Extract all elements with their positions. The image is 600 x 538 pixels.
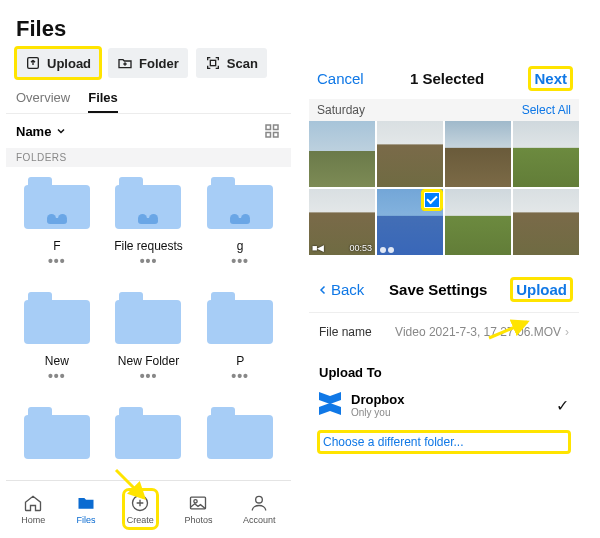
dropbox-icon — [319, 394, 341, 416]
photo-thumb-selected[interactable] — [377, 189, 443, 255]
folder-icon — [24, 177, 90, 229]
tab-account[interactable]: Account — [243, 493, 276, 525]
save-header: Back Save Settings Upload — [309, 261, 579, 312]
create-icon — [130, 493, 150, 513]
tab-home[interactable]: Home — [21, 493, 45, 525]
destination-name: Dropbox — [351, 392, 404, 407]
day-label: Saturday — [317, 103, 365, 117]
video-duration: 00:53 — [349, 243, 372, 253]
selected-checkmark-icon — [423, 191, 441, 209]
photo-thumb[interactable] — [445, 189, 511, 255]
photo-thumb[interactable] — [513, 121, 579, 187]
tab-photos-label: Photos — [184, 515, 212, 525]
tab-overview[interactable]: Overview — [16, 90, 70, 113]
folder-icon — [115, 177, 181, 229]
folder-more-icon[interactable]: ••• — [48, 372, 66, 380]
folder-icon — [115, 292, 181, 344]
folder-icon — [115, 407, 181, 459]
folder-label: F — [53, 239, 60, 253]
next-button[interactable]: Next — [530, 68, 571, 89]
folder-label: Folder — [139, 56, 179, 71]
video-icon: ■◀ — [312, 243, 324, 253]
tab-create-label: Create — [127, 515, 154, 525]
sort-button[interactable]: Name — [16, 124, 67, 139]
folder-item[interactable] — [104, 401, 194, 476]
folder-more-icon[interactable]: ••• — [48, 257, 66, 265]
checkmark-icon: ✓ — [556, 396, 569, 415]
folder-button[interactable]: Folder — [108, 48, 188, 78]
burst-indicator-icon — [380, 247, 394, 253]
folder-icon — [24, 407, 90, 459]
folder-item[interactable]: File requests ••• — [104, 171, 194, 282]
section-header: FOLDERS — [6, 148, 291, 167]
svg-point-8 — [194, 499, 197, 502]
back-label: Back — [331, 281, 364, 298]
folder-label: File requests — [114, 239, 183, 253]
folder-grid: F ••• File requests ••• g ••• New ••• Ne… — [6, 167, 291, 480]
picker-and-save-screen: Cancel 1 Selected Next Saturday Select A… — [309, 58, 579, 532]
upload-button[interactable]: Upload — [512, 279, 571, 300]
folder-icon — [24, 292, 90, 344]
destination-sub: Only you — [351, 407, 404, 418]
tab-home-label: Home — [21, 515, 45, 525]
folder-more-icon[interactable]: ••• — [231, 257, 249, 265]
scan-button[interactable]: Scan — [196, 48, 267, 78]
tab-files[interactable]: Files — [88, 90, 118, 113]
chevron-down-icon — [55, 125, 67, 137]
choose-different-folder-link[interactable]: Choose a different folder... — [319, 432, 569, 452]
tab-files-label: Files — [77, 515, 96, 525]
cancel-button[interactable]: Cancel — [317, 70, 364, 87]
photo-thumb[interactable] — [445, 121, 511, 187]
bottom-tabbar: Home Files Create Photos Account — [6, 480, 291, 532]
photo-thumb[interactable] — [513, 189, 579, 255]
select-all-button[interactable]: Select All — [522, 103, 571, 117]
files-icon — [76, 493, 96, 513]
tab-account-label: Account — [243, 515, 276, 525]
folder-label: New — [45, 354, 69, 368]
folder-item[interactable] — [12, 401, 102, 476]
upload-button[interactable]: Upload — [16, 48, 100, 78]
photo-thumb[interactable] — [377, 121, 443, 187]
folder-item[interactable]: New Folder ••• — [104, 286, 194, 397]
svg-point-9 — [256, 496, 263, 503]
folder-item[interactable] — [195, 401, 285, 476]
folder-label: g — [237, 239, 244, 253]
destination-row[interactable]: Dropbox Only you ✓ — [309, 384, 579, 426]
day-header: Saturday Select All — [309, 99, 579, 121]
tab-create[interactable]: Create — [127, 493, 154, 525]
folder-icon — [207, 177, 273, 229]
folder-icon — [207, 407, 273, 459]
back-button[interactable]: Back — [317, 281, 364, 298]
svg-rect-4 — [266, 133, 271, 138]
account-icon — [249, 493, 269, 513]
folder-item[interactable]: F ••• — [12, 171, 102, 282]
home-icon — [23, 493, 43, 513]
folder-label: P — [236, 354, 244, 368]
folder-more-icon[interactable]: ••• — [140, 257, 158, 265]
folder-more-icon[interactable]: ••• — [231, 372, 249, 380]
photo-grid: ■◀ 00:53 — [309, 121, 579, 255]
folder-item[interactable]: g ••• — [195, 171, 285, 282]
view-toggle-icon[interactable] — [263, 122, 281, 140]
folder-label: New Folder — [118, 354, 179, 368]
svg-rect-3 — [274, 125, 279, 130]
filename-key: File name — [319, 325, 372, 339]
svg-rect-1 — [210, 60, 215, 65]
files-screen: Files Upload Folder Scan Overview Files … — [6, 6, 291, 532]
view-tabs: Overview Files — [6, 86, 291, 114]
picker-header: Cancel 1 Selected Next — [309, 58, 579, 99]
svg-rect-2 — [266, 125, 271, 130]
folder-icon — [207, 292, 273, 344]
filename-row[interactable]: File name Video 2021-7-3, 17 27 06.MOV › — [309, 312, 579, 351]
chevron-left-icon — [317, 283, 329, 297]
folder-more-icon[interactable]: ••• — [140, 372, 158, 380]
upload-icon — [25, 55, 41, 71]
folder-item[interactable]: New ••• — [12, 286, 102, 397]
folder-item[interactable]: P ••• — [195, 286, 285, 397]
video-thumb[interactable]: ■◀ 00:53 — [309, 189, 375, 255]
header: Files — [6, 6, 291, 48]
tab-files[interactable]: Files — [76, 493, 96, 525]
tab-photos[interactable]: Photos — [184, 493, 212, 525]
folder-plus-icon — [117, 55, 133, 71]
photo-thumb[interactable] — [309, 121, 375, 187]
